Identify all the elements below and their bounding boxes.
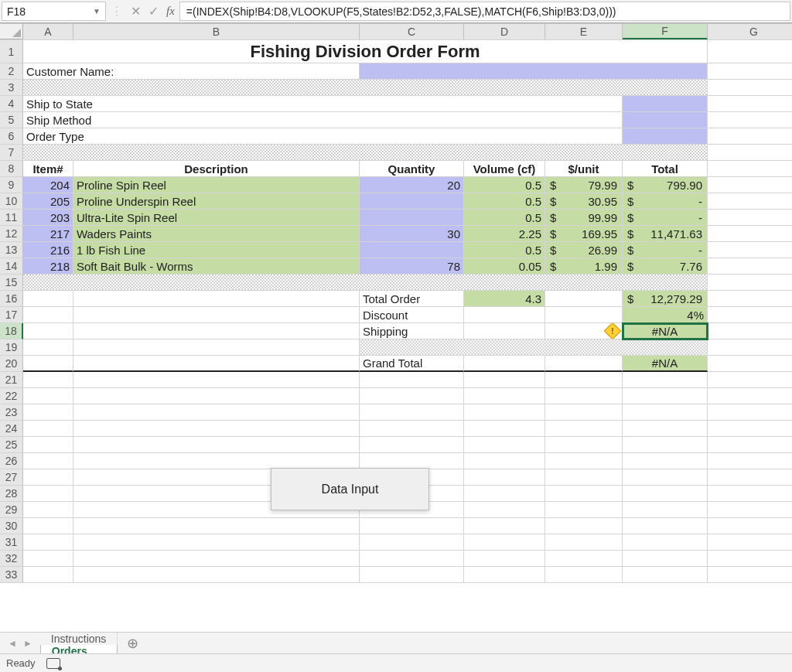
row-header[interactable]: 19: [0, 339, 23, 356]
row-header[interactable]: 21: [0, 372, 23, 388]
cell-item[interactable]: 204: [23, 177, 73, 193]
input-customer-name[interactable]: [360, 63, 708, 80]
new-sheet-button[interactable]: ⊕: [118, 633, 148, 653]
warning-cell[interactable]: !: [545, 323, 623, 339]
select-all-corner[interactable]: [0, 23, 23, 39]
row-header[interactable]: 33: [0, 567, 23, 583]
cell-discount[interactable]: 4%: [623, 307, 708, 323]
tab-prev-icon[interactable]: ◄: [8, 638, 17, 649]
row-header[interactable]: 10: [0, 193, 23, 210]
row-header[interactable]: 13: [0, 242, 23, 258]
cell-unit[interactable]: $79.99: [545, 177, 623, 193]
cell-shipping[interactable]: #N/A: [623, 323, 708, 339]
cell-desc[interactable]: Proline Underspin Reel: [73, 193, 360, 210]
input-order-type[interactable]: [623, 128, 708, 145]
row-header[interactable]: 23: [0, 404, 23, 421]
row-header[interactable]: 4: [0, 96, 23, 112]
cell-qty[interactable]: 30: [360, 226, 464, 242]
cell-unit[interactable]: $26.99: [545, 242, 623, 258]
col-header-A[interactable]: A: [23, 23, 73, 39]
cell-vol[interactable]: 0.5: [464, 193, 545, 210]
cell-unit[interactable]: $169.95: [545, 226, 623, 242]
row-header[interactable]: 3: [0, 80, 23, 96]
cell-item[interactable]: 217: [23, 226, 73, 242]
row-header[interactable]: 22: [0, 388, 23, 404]
row-header[interactable]: 30: [0, 518, 23, 534]
cell-qty[interactable]: [360, 193, 464, 210]
row-header[interactable]: 2: [0, 63, 23, 80]
cancel-icon[interactable]: ✕: [131, 4, 141, 19]
row-header[interactable]: 15: [0, 275, 23, 291]
data-input-button[interactable]: Data Input: [271, 468, 429, 510]
cell-desc[interactable]: 1 lb Fish Line: [73, 242, 360, 258]
enter-icon[interactable]: ✓: [148, 4, 159, 19]
cell-qty[interactable]: [360, 242, 464, 258]
cell-unit[interactable]: $99.99: [545, 210, 623, 226]
row-header[interactable]: 31: [0, 534, 23, 551]
cell-desc[interactable]: Ultra-Lite Spin Reel: [73, 210, 360, 226]
cell-total[interactable]: $11,471.63: [623, 226, 708, 242]
cell-vol[interactable]: 0.05: [464, 258, 545, 275]
fx-icon[interactable]: fx: [166, 5, 175, 18]
tab-next-icon[interactable]: ►: [23, 638, 32, 649]
row-header[interactable]: 7: [0, 145, 23, 161]
row-header[interactable]: 20: [0, 356, 23, 372]
row-header[interactable]: 14: [0, 258, 23, 275]
cell-qty[interactable]: 20: [360, 177, 464, 193]
row-header[interactable]: 24: [0, 421, 23, 437]
cell-desc[interactable]: Soft Bait Bulk - Worms: [73, 258, 360, 275]
col-header-D[interactable]: D: [464, 23, 545, 39]
cell-grand-total[interactable]: #N/A: [623, 356, 708, 372]
row-header[interactable]: 5: [0, 112, 23, 128]
cell-total-amount[interactable]: $12,279.29: [623, 291, 708, 307]
name-box-caret-icon[interactable]: ▼: [93, 7, 101, 15]
col-header-G[interactable]: G: [708, 23, 792, 39]
cell-total[interactable]: $7.76: [623, 258, 708, 275]
row-header[interactable]: 9: [0, 177, 23, 193]
cell-item[interactable]: 203: [23, 210, 73, 226]
row-header[interactable]: 12: [0, 226, 23, 242]
cell-qty[interactable]: [360, 210, 464, 226]
cell-item[interactable]: 218: [23, 258, 73, 275]
cell-unit[interactable]: $30.95: [545, 193, 623, 210]
col-header-F[interactable]: F: [623, 23, 708, 39]
input-ship-method[interactable]: [623, 112, 708, 128]
row-header[interactable]: 16: [0, 291, 23, 307]
cell-qty[interactable]: 78: [360, 258, 464, 275]
cell-total-vol[interactable]: 4.3: [464, 291, 545, 307]
formula-input[interactable]: =(INDEX(Ship!B4:D8,VLOOKUP(F5,States!B2:…: [179, 2, 790, 21]
cell-item[interactable]: 216: [23, 242, 73, 258]
row-header[interactable]: 11: [0, 210, 23, 226]
row-header[interactable]: 28: [0, 486, 23, 502]
sheet-tab-instructions[interactable]: Instructions: [40, 633, 118, 645]
row-header[interactable]: 18: [0, 323, 23, 339]
cell-total[interactable]: $799.90: [623, 177, 708, 193]
row-header[interactable]: 6: [0, 128, 23, 145]
row-header[interactable]: 26: [0, 453, 23, 469]
row-header[interactable]: 25: [0, 437, 23, 453]
cell-total[interactable]: $-: [623, 193, 708, 210]
col-header-C[interactable]: C: [360, 23, 464, 39]
cell-item[interactable]: 205: [23, 193, 73, 210]
row-header[interactable]: 8: [0, 161, 23, 177]
error-warning-icon[interactable]: !: [604, 323, 622, 339]
cell-desc[interactable]: Waders Paints: [73, 226, 360, 242]
cell-vol[interactable]: 0.5: [464, 177, 545, 193]
cell-desc[interactable]: Proline Spin Reel: [73, 177, 360, 193]
cell-vol[interactable]: 0.5: [464, 210, 545, 226]
name-box[interactable]: F18 ▼: [2, 2, 106, 21]
col-header-E[interactable]: E: [545, 23, 623, 39]
input-ship-state[interactable]: [623, 96, 708, 112]
cell-total[interactable]: $-: [623, 210, 708, 226]
col-header-B[interactable]: B: [73, 23, 360, 39]
cell-vol[interactable]: 2.25: [464, 226, 545, 242]
row-header[interactable]: 29: [0, 502, 23, 518]
cell-unit[interactable]: $1.99: [545, 258, 623, 275]
row-header[interactable]: 27: [0, 469, 23, 486]
row-header[interactable]: 32: [0, 551, 23, 567]
row-header[interactable]: 1: [0, 40, 23, 63]
row-header[interactable]: 17: [0, 307, 23, 323]
cell-vol[interactable]: 0.5: [464, 242, 545, 258]
cell-total[interactable]: $-: [623, 242, 708, 258]
macro-record-icon[interactable]: [46, 658, 60, 669]
